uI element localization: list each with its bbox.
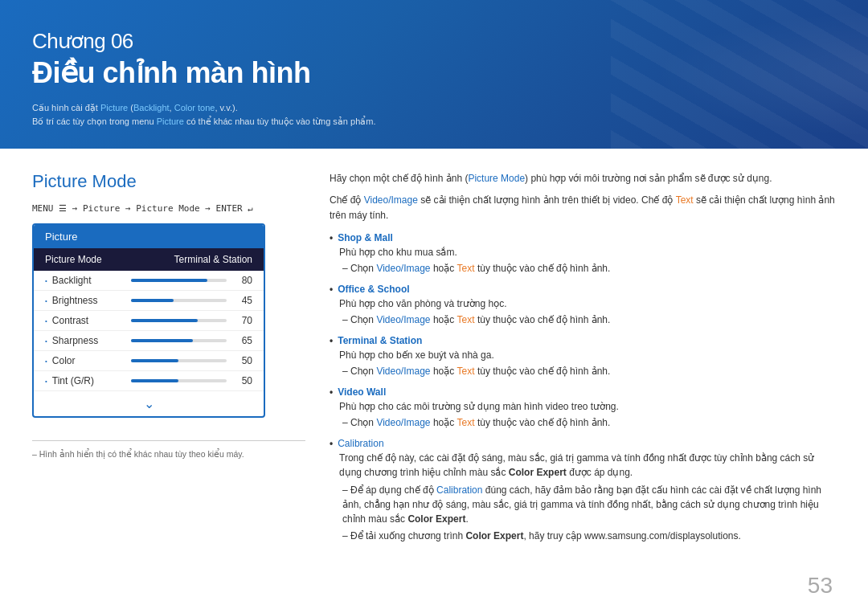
main-content: Picture Mode MENU ☰ → Picture → Picture … [0, 149, 868, 567]
header-banner: Chương 06 Điều chỉnh màn hình Cấu hình c… [0, 0, 868, 149]
setting-row: • Sharpness 65 [34, 331, 264, 351]
setting-bar-bg [131, 319, 227, 322]
footnote: – Hình ảnh hiển thị có thể khác nhau tùy… [32, 440, 305, 459]
setting-row: • Tint (G/R) 50 [34, 371, 264, 391]
bullet-item: Terminal & Station Phù hợp cho bến xe bu… [330, 335, 836, 378]
setting-bar-fill [131, 379, 179, 382]
calibration-sub2: Để tải xuống chương trình Color Expert, … [330, 529, 836, 543]
picture-box-footer: ⌄ [34, 391, 264, 416]
setting-bar-fill [131, 339, 193, 342]
sub-bullet: Chọn Video/Image hoặc Text tùy thuộc vào… [330, 364, 836, 378]
picture-box-header: Picture [34, 225, 264, 248]
dot-icon: • [45, 297, 47, 304]
picture-box: Picture Picture Mode Terminal & Station … [32, 223, 265, 418]
setting-bar-fill [131, 299, 174, 302]
sub-bullet: Chọn Video/Image hoặc Text tùy thuộc vào… [330, 415, 836, 430]
mode-value: Terminal & Station [174, 254, 252, 265]
picture-mode-row: Picture Mode Terminal & Station [34, 248, 264, 271]
sub-bullet: Chọn Video/Image hoặc Text tùy thuộc vào… [330, 313, 836, 327]
setting-value: 50 [233, 375, 252, 386]
menu-path: MENU ☰ → Picture → Picture Mode → ENTER … [32, 203, 305, 214]
bullet-item: Video Wall Phù hợp cho các môi trường sử… [330, 386, 836, 430]
setting-value: 80 [233, 275, 252, 286]
dot-icon: • [45, 317, 47, 325]
intro-text-1: Hãy chọn một chế độ hình ảnh (Picture Mo… [330, 171, 836, 186]
bullet-title-text: Shop & Mall [338, 232, 393, 243]
mode-label: Picture Mode [45, 254, 102, 265]
setting-name: Backlight [52, 275, 125, 286]
bullet-title-text: Video Wall [338, 386, 386, 398]
chapter-title: Điều chỉnh màn hình [32, 55, 836, 90]
setting-bar-bg [131, 279, 227, 282]
bullet-item: Office & School Phù hợp cho văn phòng và… [330, 284, 836, 327]
setting-bar-bg [131, 339, 227, 342]
setting-name: Color [52, 355, 125, 366]
bullet-title-text: Terminal & Station [338, 335, 422, 346]
calibration-desc: Trong chế độ này, các cài đặt độ sáng, m… [330, 451, 836, 480]
setting-name: Tint (G/R) [52, 375, 125, 386]
setting-value: 70 [233, 315, 252, 326]
calibration-sub1: Để áp dụng chế độ Calibration đúng cách,… [330, 483, 836, 526]
setting-name: Brightness [52, 295, 125, 306]
setting-bar-bg [131, 299, 227, 302]
setting-bar-fill [131, 359, 179, 362]
setting-bar-fill [131, 319, 198, 322]
page-number: 53 [808, 573, 833, 599]
subtitle-line2: Bố trí các tùy chọn trong menu Picture c… [32, 115, 836, 129]
setting-row: • Color 50 [34, 351, 264, 371]
bullet-section: Shop & Mall Phù hợp cho khu mua sắm. Chọ… [330, 232, 836, 430]
bullet-desc: Phù hợp cho văn phòng và trường học. [330, 296, 836, 311]
dot-icon: • [45, 358, 47, 365]
setting-row: • Backlight 80 [34, 271, 264, 291]
section-title: Picture Mode [32, 171, 305, 192]
setting-bar-fill [131, 279, 207, 282]
calibration-item: Calibration Trong chế độ này, các cài đặ… [330, 438, 836, 543]
dot-icon: • [45, 337, 47, 345]
bullet-title: Shop & Mall [330, 232, 836, 243]
setting-row: • Contrast 70 [34, 311, 264, 331]
bullet-desc: Phù hợp cho bến xe buýt và nhà ga. [330, 348, 836, 362]
subtitle-line1: Cấu hình cài đặt Picture (Backlight, Col… [32, 101, 836, 115]
setting-bar-bg [131, 379, 227, 382]
bullet-title: Terminal & Station [330, 335, 836, 346]
left-column: Picture Mode MENU ☰ → Picture → Picture … [32, 171, 305, 551]
header-subtitle: Cấu hình cài đặt Picture (Backlight, Col… [32, 101, 836, 128]
calibration-title: Calibration [330, 438, 836, 449]
bullet-item: Shop & Mall Phù hợp cho khu mua sắm. Chọ… [330, 232, 836, 276]
bullet-desc: Phù hợp cho khu mua sắm. [330, 245, 836, 260]
bullet-title-text: Office & School [338, 284, 409, 295]
bullet-title: Video Wall [330, 386, 836, 398]
intro-text-2: Chế độ Video/Image sẽ cải thiện chất lượ… [330, 193, 836, 223]
setting-value: 45 [233, 295, 252, 306]
sub-bullet: Chọn Video/Image hoặc Text tùy thuộc vào… [330, 261, 836, 276]
setting-bar-bg [131, 359, 227, 362]
dot-icon: • [45, 277, 47, 284]
bullet-desc: Phù hợp cho các môi trường sử dụng màn h… [330, 399, 836, 414]
chapter-label: Chương 06 [32, 29, 836, 54]
dot-icon: • [45, 378, 47, 385]
setting-name: Sharpness [52, 335, 125, 346]
bullet-title: Office & School [330, 284, 836, 295]
settings-rows: • Backlight 80 • Brightness 45 • Contras… [34, 271, 264, 391]
right-column: Hãy chọn một chế độ hình ảnh (Picture Mo… [330, 171, 836, 551]
setting-name: Contrast [52, 315, 125, 326]
setting-row: • Brightness 45 [34, 291, 264, 311]
setting-value: 65 [233, 335, 252, 346]
setting-value: 50 [233, 355, 252, 366]
